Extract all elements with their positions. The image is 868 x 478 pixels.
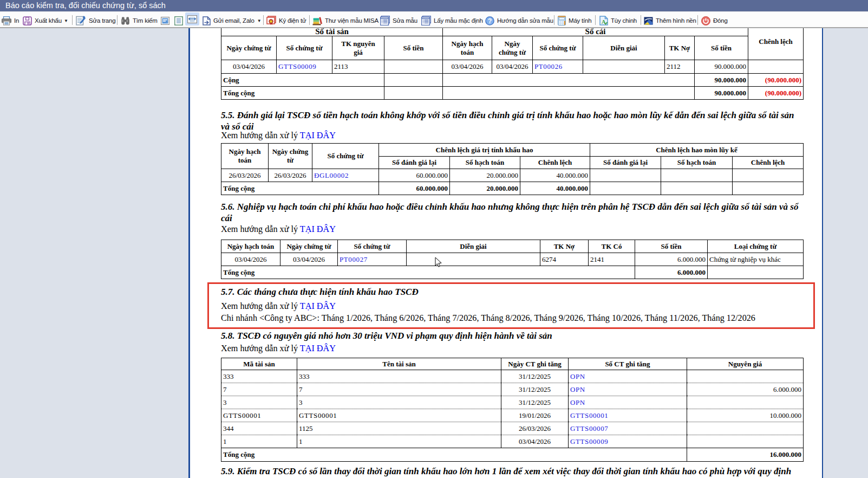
svg-text:?: ? xyxy=(488,17,492,24)
